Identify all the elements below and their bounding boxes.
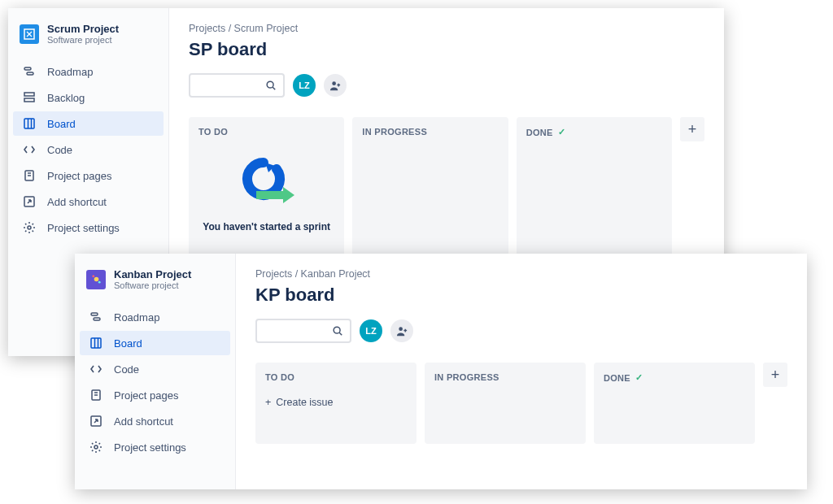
- svg-point-16: [94, 277, 98, 282]
- svg-rect-3: [24, 93, 34, 96]
- empty-state: You haven't started a sprint: [198, 137, 334, 232]
- sidebar-item-label: Roadmap: [47, 66, 93, 78]
- sidebar-item-board[interactable]: Board: [80, 331, 230, 355]
- project-logo-icon: [20, 24, 39, 44]
- kanban-window: Kanban Project Software project Roadmap …: [75, 254, 807, 489]
- sidebar-item-label: Project pages: [114, 389, 179, 402]
- sidebar-item-label: Project settings: [47, 222, 120, 234]
- column-header: IN PROGRESS: [434, 372, 576, 382]
- board-columns: TO DO + Create issue IN PROGRESS DONE ✓ …: [255, 363, 787, 444]
- svg-rect-20: [94, 318, 100, 320]
- page-title: KP board: [255, 285, 787, 306]
- sidebar-item-pages[interactable]: Project pages: [13, 163, 164, 188]
- sidebar-nav: Roadmap Board Code Project pages Add sho…: [75, 302, 235, 464]
- sidebar-item-shortcut[interactable]: Add shortcut: [80, 409, 230, 433]
- add-people-icon: [329, 80, 342, 92]
- sidebar-item-code[interactable]: Code: [80, 357, 230, 381]
- svg-point-17: [92, 275, 94, 277]
- plus-icon: +: [688, 121, 697, 138]
- project-header: Scrum Project Software project: [8, 23, 168, 56]
- sidebar-item-label: Backlog: [47, 92, 85, 104]
- create-issue-button[interactable]: + Create issue: [265, 397, 407, 408]
- sidebar-item-roadmap[interactable]: Roadmap: [80, 305, 230, 329]
- svg-point-13: [267, 81, 273, 88]
- svg-rect-21: [91, 338, 101, 348]
- add-column-button[interactable]: +: [763, 363, 787, 387]
- code-icon: [88, 363, 104, 376]
- svg-rect-2: [27, 72, 33, 75]
- breadcrumb-sep: /: [295, 268, 298, 280]
- sidebar-item-settings[interactable]: Project settings: [80, 435, 230, 459]
- svg-point-12: [28, 226, 31, 229]
- search-input[interactable]: [255, 319, 351, 343]
- empty-message: You haven't started a sprint: [198, 221, 334, 232]
- pages-icon: [21, 169, 37, 182]
- check-icon: ✓: [558, 127, 565, 137]
- svg-rect-4: [24, 98, 34, 102]
- sidebar-item-label: Add shortcut: [114, 415, 173, 428]
- sidebar-item-label: Code: [47, 144, 72, 156]
- sidebar-item-label: Board: [114, 337, 142, 350]
- breadcrumb-leaf[interactable]: Scrum Project: [234, 23, 299, 34]
- svg-line-30: [339, 332, 342, 335]
- sidebar-nav: Roadmap Backlog Board Code Project pages…: [8, 56, 168, 245]
- breadcrumb-sep: /: [229, 23, 231, 34]
- column-header: TO DO: [265, 372, 407, 382]
- add-people-button[interactable]: [390, 319, 413, 342]
- sprint-icon: [228, 153, 306, 215]
- project-type: Software project: [114, 280, 191, 290]
- project-header: Kanban Project Software project: [75, 268, 235, 302]
- create-issue-label: Create issue: [276, 397, 333, 408]
- gear-icon: [21, 221, 37, 234]
- sidebar-item-label: Code: [114, 363, 139, 376]
- search-icon: [265, 80, 277, 91]
- sidebar-item-label: Project pages: [47, 170, 112, 182]
- roadmap-icon: [88, 311, 104, 324]
- sidebar-item-label: Roadmap: [114, 311, 159, 324]
- svg-point-18: [98, 281, 100, 284]
- avatar[interactable]: LZ: [293, 74, 316, 97]
- add-people-icon: [396, 325, 408, 337]
- pages-icon: [88, 389, 104, 402]
- toolbar: LZ: [189, 73, 704, 98]
- project-type: Software project: [47, 35, 119, 45]
- board-icon: [88, 337, 104, 350]
- svg-rect-5: [24, 119, 34, 128]
- breadcrumb-leaf[interactable]: Kanban Project: [301, 268, 370, 280]
- sidebar-item-label: Project settings: [114, 441, 186, 454]
- project-name: Scrum Project: [47, 23, 119, 35]
- svg-rect-19: [91, 313, 98, 315]
- shortcut-icon: [88, 415, 104, 428]
- sidebar-item-backlog[interactable]: Backlog: [13, 85, 164, 110]
- sidebar-item-code[interactable]: Code: [13, 137, 164, 162]
- sidebar-item-pages[interactable]: Project pages: [80, 383, 230, 407]
- column-done: DONE ✓: [594, 363, 755, 444]
- svg-point-15: [332, 81, 336, 85]
- svg-point-28: [94, 445, 98, 449]
- sidebar-item-label: Add shortcut: [47, 196, 107, 208]
- add-people-button[interactable]: [324, 74, 347, 97]
- svg-line-14: [273, 87, 275, 89]
- sidebar-item-settings[interactable]: Project settings: [13, 215, 164, 240]
- sidebar-item-shortcut[interactable]: Add shortcut: [13, 189, 164, 214]
- add-column-button[interactable]: +: [680, 117, 704, 141]
- project-logo-icon: [86, 270, 106, 289]
- roadmap-icon: [21, 65, 37, 78]
- sidebar-item-board[interactable]: Board: [13, 111, 164, 136]
- search-icon: [332, 325, 343, 337]
- main-content: Projects / Kanban Project KP board LZ TO…: [236, 254, 807, 489]
- sidebar-item-roadmap[interactable]: Roadmap: [13, 59, 164, 84]
- svg-point-31: [399, 327, 403, 331]
- search-input[interactable]: [189, 73, 285, 98]
- breadcrumb-root[interactable]: Projects: [189, 23, 225, 34]
- project-name: Kanban Project: [114, 268, 191, 280]
- check-icon: ✓: [635, 372, 643, 383]
- plus-icon: +: [265, 397, 271, 408]
- code-icon: [21, 143, 37, 156]
- breadcrumb-root[interactable]: Projects: [255, 268, 292, 280]
- avatar[interactable]: LZ: [360, 319, 382, 342]
- backlog-icon: [21, 91, 37, 104]
- breadcrumb: Projects / Kanban Project: [255, 268, 787, 280]
- column-header: DONE ✓: [604, 372, 745, 383]
- column-inprogress: IN PROGRESS: [425, 363, 586, 444]
